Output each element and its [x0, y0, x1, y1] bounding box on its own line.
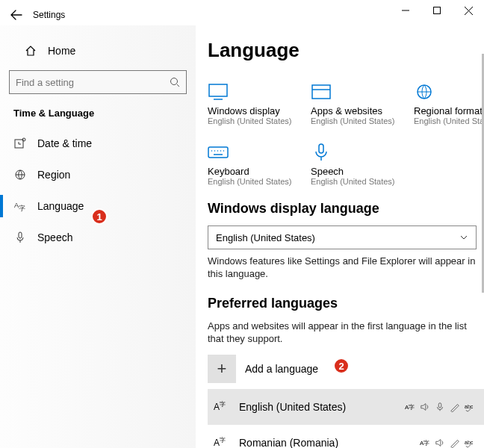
- language-item-left: A字 English (United States): [214, 401, 346, 413]
- svg-text:abc: abc: [465, 439, 474, 444]
- tile-name: Apps & websites: [311, 105, 391, 116]
- clock-icon: [13, 137, 27, 149]
- page-title: Language: [208, 39, 477, 62]
- close-icon: [465, 7, 473, 15]
- tile-row-1: Windows display English (United States) …: [208, 78, 477, 125]
- tile-sub: English (United States): [311, 177, 391, 186]
- svg-rect-7: [19, 232, 22, 238]
- plus-icon: +: [208, 355, 236, 383]
- tile-regional-format[interactable]: Regional format English (United States): [414, 78, 484, 125]
- keyboard-icon: [208, 139, 288, 161]
- svg-rect-9: [312, 85, 330, 99]
- minimize-icon: [402, 7, 409, 14]
- tts-feature-icon: [435, 438, 445, 448]
- language-glyph-icon: A字: [214, 438, 235, 447]
- svg-rect-11: [208, 147, 228, 158]
- svg-text:A字: A字: [405, 403, 415, 410]
- search-box[interactable]: [9, 70, 187, 94]
- tile-name: Windows display: [208, 105, 288, 116]
- search-icon: [170, 77, 180, 87]
- annotation-badge-2: 2: [333, 358, 350, 374]
- display-language-note: Windows features like Settings and File …: [208, 255, 477, 281]
- nav-item-label: Date & time: [37, 137, 92, 149]
- display-feature-icon: A字: [420, 438, 430, 448]
- svg-rect-0: [434, 7, 441, 14]
- main-panel: Language Windows display English (United…: [196, 25, 484, 448]
- home-icon: [24, 45, 37, 57]
- display-feature-icon: A字: [405, 402, 415, 412]
- tile-sub: English (United States): [208, 116, 288, 125]
- back-button[interactable]: [6, 4, 27, 25]
- tile-row-2: Keyboard English (United States) Speech …: [208, 139, 477, 186]
- spellcheck-feature-icon: abc: [465, 402, 475, 412]
- nav-region[interactable]: Region: [7, 159, 188, 190]
- maximize-button[interactable]: [421, 0, 453, 21]
- tile-apps-websites[interactable]: Apps & websites English (United States): [311, 78, 391, 125]
- language-item-left: A字 Romanian (Romania): [214, 437, 338, 448]
- handwriting-feature-icon: [450, 438, 460, 448]
- tile-speech[interactable]: Speech English (United States): [311, 139, 391, 186]
- nav-date-time[interactable]: Date & time: [7, 128, 188, 159]
- nav-home-label: Home: [48, 45, 75, 57]
- search-input[interactable]: [16, 77, 170, 88]
- speech-feature-icon: [435, 402, 445, 412]
- language-item-english[interactable]: A字 English (United States) A字 abc: [208, 389, 484, 425]
- svg-rect-14: [438, 402, 441, 407]
- title-bar-left: Settings: [0, 0, 65, 25]
- display-language-value: English (United States): [216, 232, 315, 243]
- language-glyph-icon: A字: [214, 402, 235, 411]
- globe-format-icon: [414, 78, 484, 101]
- section-display-language: Windows display language: [208, 201, 477, 217]
- section-preferred-languages: Preferred languages: [208, 296, 477, 311]
- svg-rect-8: [209, 84, 227, 96]
- nav-home[interactable]: Home: [7, 39, 188, 63]
- language-icon: A字: [13, 200, 27, 212]
- arrow-left-icon: [10, 9, 22, 21]
- svg-text:abc: abc: [465, 403, 474, 408]
- window-title: Settings: [33, 10, 65, 20]
- nav-item-label: Region: [37, 169, 70, 181]
- tile-name: Keyboard: [208, 166, 288, 177]
- svg-text:A字: A字: [420, 439, 429, 446]
- svg-text:字: 字: [19, 205, 25, 212]
- tile-name: Speech: [311, 166, 391, 177]
- spellcheck-feature-icon: abc: [465, 438, 475, 448]
- nav-speech[interactable]: Speech: [7, 222, 188, 253]
- tile-keyboard[interactable]: Keyboard English (United States): [208, 139, 288, 186]
- tile-name: Regional format: [414, 105, 484, 116]
- add-language-label: Add a language: [245, 363, 318, 375]
- sidebar-section-title: Time & Language: [7, 108, 188, 119]
- globe-icon: [13, 169, 27, 181]
- tile-sub: English (United States): [311, 116, 391, 125]
- handwriting-feature-icon: [450, 402, 460, 412]
- preferred-note: Apps and websites will appear in the fir…: [208, 320, 477, 346]
- content-area: Home Time & Language Date & time Region …: [0, 25, 484, 448]
- language-item-name: Romanian (Romania): [239, 437, 338, 448]
- minimize-button[interactable]: [390, 0, 421, 21]
- tts-feature-icon: [420, 402, 430, 412]
- tile-windows-display[interactable]: Windows display English (United States): [208, 78, 288, 125]
- sidebar: Home Time & Language Date & time Region …: [0, 25, 196, 448]
- microphone-tile-icon: [311, 139, 391, 161]
- close-button[interactable]: [453, 0, 484, 21]
- window-controls: [390, 0, 484, 21]
- language-features: A字 abc: [420, 438, 475, 448]
- nav-item-label: Speech: [37, 231, 72, 243]
- svg-point-1: [171, 78, 178, 85]
- tile-sub: English (United States): [414, 116, 484, 125]
- display-language-select[interactable]: English (United States): [208, 225, 477, 249]
- tile-sub: English (United States): [208, 177, 288, 186]
- window-icon: [311, 78, 391, 101]
- annotation-badge-1: 1: [91, 208, 108, 225]
- monitor-icon: [208, 78, 288, 101]
- nav-item-label: Language: [37, 200, 84, 212]
- maximize-icon: [433, 7, 441, 14]
- language-item-name: English (United States): [239, 401, 346, 413]
- chevron-down-icon: [459, 233, 468, 242]
- language-item-romanian[interactable]: A字 Romanian (Romania) A字 abc: [208, 425, 484, 448]
- language-features: A字 abc: [405, 402, 475, 412]
- microphone-icon: [13, 231, 27, 243]
- title-bar: Settings: [0, 0, 484, 25]
- svg-rect-12: [319, 144, 323, 153]
